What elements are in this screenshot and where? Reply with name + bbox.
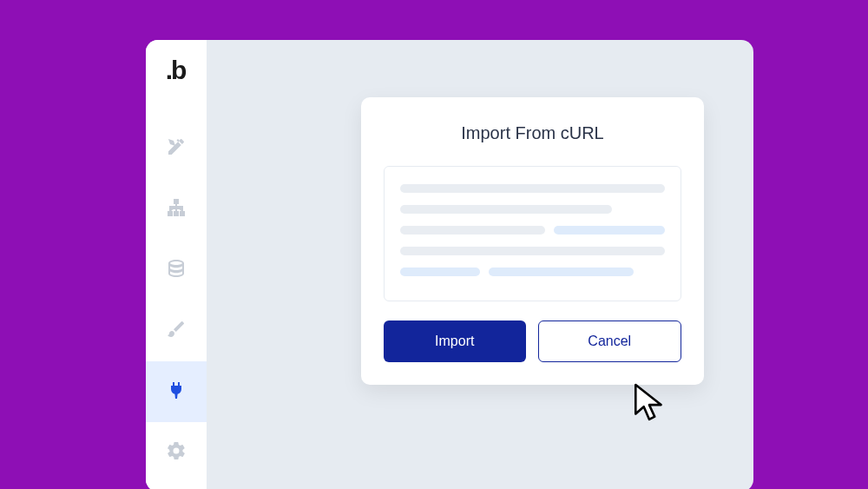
- svg-rect-3: [181, 212, 184, 215]
- app-window: .b: [146, 40, 753, 489]
- sitemap-icon: [166, 197, 187, 221]
- sidebar-item-settings[interactable]: [146, 422, 207, 483]
- design-icon: [166, 136, 187, 161]
- cursor-pointer-icon: [632, 383, 668, 423]
- sidebar-item-design[interactable]: [146, 118, 207, 179]
- sidebar-item-data[interactable]: [146, 240, 207, 301]
- cancel-button[interactable]: Cancel: [538, 320, 682, 362]
- svg-rect-0: [174, 199, 178, 202]
- sidebar-item-workflow[interactable]: [146, 179, 207, 240]
- modal-title: Import From cURL: [384, 123, 681, 143]
- svg-rect-2: [174, 212, 178, 215]
- sidebar-item-styles[interactable]: [146, 301, 207, 361]
- import-curl-modal: Import From cURL Import Cancel: [361, 97, 704, 385]
- content-area: Import From cURL Import Cancel: [207, 40, 753, 489]
- database-icon: [166, 258, 187, 282]
- sidebar: .b: [146, 40, 207, 489]
- app-logo: .b: [146, 40, 207, 101]
- gear-icon: [166, 440, 187, 465]
- import-button[interactable]: Import: [384, 320, 526, 362]
- sidebar-item-plugins[interactable]: [146, 361, 207, 422]
- brush-icon: [166, 319, 187, 343]
- plug-icon: [166, 380, 187, 404]
- svg-rect-1: [168, 212, 172, 215]
- curl-input[interactable]: [384, 166, 681, 301]
- modal-button-row: Import Cancel: [384, 320, 681, 362]
